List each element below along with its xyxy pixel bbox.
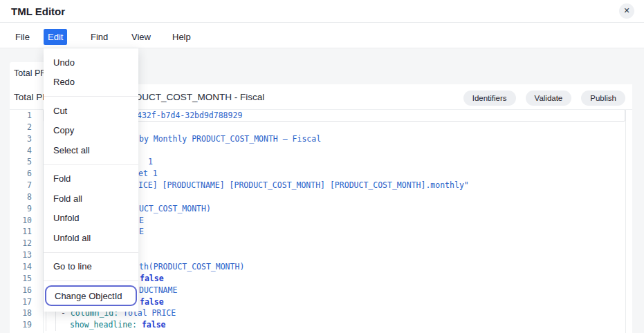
code-text: et 1 (138, 169, 158, 178)
line-number: 9 (10, 204, 32, 213)
code-text: DUCTNAME (139, 285, 177, 295)
line-number: 13 (10, 250, 32, 260)
code-text: ICE] [PRODUCTNAME] [PRODUCT_COST_MONTH] … (138, 180, 469, 190)
menu-item-copy[interactable]: Copy (44, 121, 138, 141)
code-text: UCT_COST_MONTH) (139, 204, 211, 213)
line-number: 19 (10, 320, 32, 330)
menu-item-redo[interactable]: Redo (44, 73, 138, 93)
menu-item-fold[interactable]: Fold (44, 169, 138, 189)
line-number: 3 (10, 134, 32, 144)
line-number: 7 (10, 180, 32, 190)
menu-item-change-objectid[interactable]: Change ObjectId (45, 285, 137, 306)
code-text: false (140, 274, 164, 283)
validate-button[interactable]: Validate (526, 91, 572, 106)
line-number: 8 (10, 192, 32, 202)
line-number: 2 (10, 122, 32, 132)
line-number: 1 (10, 111, 32, 120)
code-text: E (139, 216, 144, 225)
line-number: 14 (10, 262, 32, 272)
line-number: 4 (10, 146, 32, 155)
menu-item-unfold[interactable]: Unfold (44, 209, 138, 229)
menu-group: CutCopySelect all (44, 96, 138, 164)
line-number: 18 (10, 308, 32, 318)
indent-guide (55, 319, 56, 331)
close-icon[interactable]: ✕ (619, 3, 634, 19)
menu-item-fold-all[interactable]: Fold all (44, 189, 138, 209)
menubar-item-help[interactable]: Help (168, 29, 195, 45)
menubar-item-edit[interactable]: Edit (44, 29, 67, 45)
code-text: 432f-b7d4-32bd9d788929 (137, 111, 242, 120)
line-number: 6 (10, 169, 32, 178)
menu-item-select-all[interactable]: Select all (44, 140, 138, 160)
edit-dropdown-menu: UndoRedoCutCopySelect allFoldFold allUnf… (44, 48, 138, 312)
code-text: by Monthly PRODUCT_COST_MONTH — Fiscal (139, 134, 321, 144)
editor-actions: IdentifiersValidatePublish (463, 91, 625, 106)
line-number: 5 (10, 157, 32, 166)
menu-bar: FileEditFindViewHelp (0, 23, 644, 48)
menu-item-unfold-all[interactable]: Unfold all (44, 228, 138, 248)
indent-guide (46, 319, 46, 331)
line-number: 12 (10, 238, 32, 248)
menubar-item-view[interactable]: View (127, 29, 155, 45)
line-number: 15 (10, 274, 32, 283)
line-number: 10 (10, 216, 32, 225)
menu-group: UndoRedo (44, 48, 138, 96)
title-bar: TML Editor ✕ (0, 0, 644, 23)
line-number: 11 (10, 227, 32, 236)
identifiers-button[interactable]: Identifiers (463, 91, 516, 106)
menu-group: FoldFold allUnfoldUnfold all (44, 164, 138, 252)
code-line[interactable]: 19show_headline: false (10, 319, 632, 331)
tml-editor-window: TML Editor ✕ FileEditFindViewHelp Total … (0, 0, 644, 333)
window-title: TML Editor (11, 6, 65, 17)
menu-item-cut[interactable]: Cut (44, 101, 138, 121)
publish-button[interactable]: Publish (581, 91, 625, 106)
line-number: 16 (10, 285, 32, 295)
menu-group: Change ObjectId (44, 280, 138, 310)
menubar-item-find[interactable]: Find (86, 29, 112, 45)
code-text: show_headline: false (70, 320, 166, 330)
code-text: false (140, 297, 164, 307)
menubar-item-file[interactable]: File (11, 29, 34, 45)
menu-item-undo[interactable]: Undo (44, 53, 138, 73)
menu-group: Go to line (44, 252, 138, 281)
code-text: 1 (148, 157, 153, 166)
code-text: th(PRODUCT_COST_MONTH) (139, 262, 244, 272)
line-number: 17 (10, 297, 32, 307)
menu-item-go-to-line[interactable]: Go to line (44, 257, 138, 277)
code-text: E (139, 227, 144, 236)
